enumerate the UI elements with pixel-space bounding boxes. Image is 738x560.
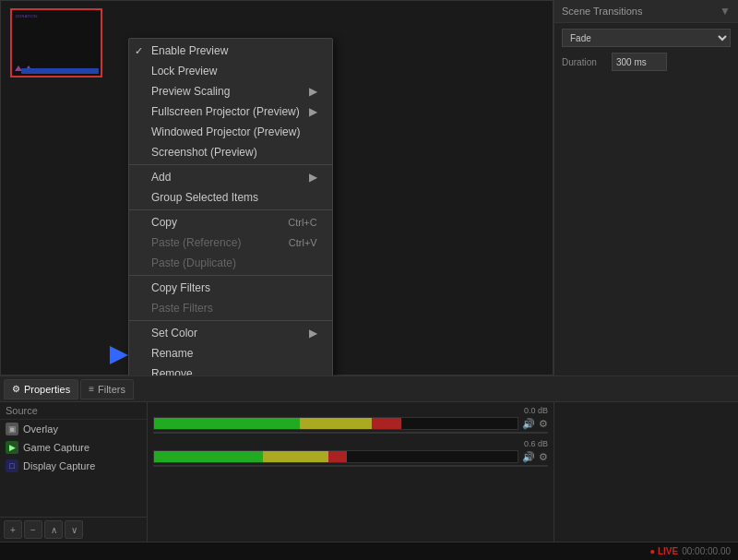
divider-2 [129, 209, 332, 210]
mute-button-2[interactable]: 🔊 [522, 451, 535, 463]
arrow-icon-4: ▶ [309, 327, 317, 340]
status-live: ● LIVE 00:00:00.00 [649, 546, 731, 556]
tab-properties[interactable]: ⚙ Properties [4, 379, 78, 399]
scene-transitions-header: Scene Transitions ▼ [554, 0, 738, 23]
audio-channel-1: 0.0 dB 🔊 ⚙ [153, 406, 548, 434]
menu-item-rename[interactable]: Rename [129, 343, 332, 363]
menu-item-copy-filters[interactable]: Copy Filters [129, 278, 332, 298]
main-container: DONATION: ✓ Enable Preview [0, 0, 738, 560]
meter-yellow-2 [263, 451, 328, 462]
context-menu: ✓ Enable Preview Lock Preview Preview Sc… [128, 38, 333, 375]
audio-settings-button-1[interactable]: ⚙ [539, 418, 548, 430]
menu-item-paste-ref: Paste (Reference) Ctrl+V [129, 232, 332, 253]
live-timer: 00:00:00.00 [682, 546, 731, 556]
menu-item-remove[interactable]: Remove [129, 363, 332, 375]
tabs-row: ⚙ Properties ≡ Filters [0, 376, 738, 402]
checkmark-icon: ✓ [135, 45, 143, 57]
menu-item-paste-dup: Paste (Duplicate) [129, 253, 332, 273]
divider-3 [129, 275, 332, 276]
audio-meter-fill-2 [154, 451, 518, 462]
menu-item-windowed-projector-preview[interactable]: Windowed Projector (Preview) [129, 122, 332, 142]
audio-ch2-scale [153, 465, 548, 467]
audio-ch1-scale [153, 432, 548, 434]
arrow-icon-3: ▶ [309, 171, 317, 184]
arrow-icon-2: ▶ [309, 105, 317, 118]
source-list: ▣ Overlay ▶ Game Capture □ Display Captu… [0, 420, 147, 517]
menu-item-copy[interactable]: Copy Ctrl+C [129, 212, 332, 232]
filters-icon: ≡ [89, 384, 94, 394]
preview-inner: DONATION: [12, 10, 101, 76]
tab-filters[interactable]: ≡ Filters [80, 379, 134, 399]
shortcut-copy: Ctrl+C [288, 217, 316, 228]
panels-container: Source ▣ Overlay ▶ Game Capture □ Displa… [0, 402, 738, 542]
source-panel-header: Source [0, 402, 147, 420]
audio-ch2-header: 0.6 dB [153, 439, 548, 448]
meter-green-1 [154, 418, 300, 429]
menu-item-lock-preview[interactable]: Lock Preview [129, 61, 332, 81]
source-item-display-capture[interactable]: □ Display Capture [0, 457, 147, 475]
source-item-overlay[interactable]: ▣ Overlay [0, 420, 147, 438]
source-controls: + − ∧ ∨ [0, 517, 147, 542]
meter-red-2 [328, 451, 347, 462]
source-item-game-capture[interactable]: ▶ Game Capture [0, 438, 147, 457]
audio-meter-fill-1 [154, 418, 518, 429]
audio-scale-bar-1 [153, 432, 548, 434]
menu-item-group-selected[interactable]: Group Selected Items [129, 187, 332, 208]
game-capture-icon: ▶ [6, 441, 18, 454]
audio-panel: 0.0 dB 🔊 ⚙ [148, 402, 554, 542]
shortcut-paste-ref: Ctrl+V [289, 237, 317, 248]
audio-meter-2 [153, 450, 518, 463]
preview-thumbnail: DONATION: [10, 8, 102, 77]
blue-arrow-indicator [110, 346, 128, 364]
duration-row: Duration [562, 53, 731, 71]
menu-item-fullscreen-projector-preview[interactable]: Fullscreen Projector (Preview) ▶ [129, 101, 332, 122]
donation-bar [21, 68, 99, 74]
menu-item-add[interactable]: Add ▶ [129, 167, 332, 187]
scroll-down-icon[interactable]: ▼ [720, 5, 731, 18]
transition-type-select[interactable]: Fade [562, 29, 731, 47]
properties-icon: ⚙ [12, 384, 20, 394]
audio-settings-button-2[interactable]: ⚙ [539, 451, 548, 463]
add-source-button[interactable]: + [4, 520, 22, 539]
audio-ch2-row: 🔊 ⚙ [153, 450, 548, 463]
move-up-button[interactable]: ∧ [44, 520, 63, 539]
audio-scale-bar-2 [153, 465, 548, 467]
preview-area: DONATION: ✓ Enable Preview [0, 0, 554, 375]
menu-item-set-color[interactable]: Set Color ▶ [129, 323, 332, 343]
menu-item-preview-scaling[interactable]: Preview Scaling ▶ [129, 81, 332, 101]
live-indicator: ● LIVE [649, 546, 678, 556]
meter-yellow-1 [300, 418, 373, 429]
menu-item-enable-preview[interactable]: ✓ Enable Preview [129, 41, 332, 61]
meter-red-1 [372, 418, 401, 429]
audio-channel-2: 0.6 dB 🔊 ⚙ [153, 439, 548, 467]
mute-button-1[interactable]: 🔊 [522, 418, 535, 430]
move-down-button[interactable]: ∨ [65, 520, 83, 539]
top-area: DONATION: ✓ Enable Preview [0, 0, 738, 375]
audio-ch1-row: 🔊 ⚙ [153, 417, 548, 430]
scene-trans-sub-panel [554, 402, 738, 542]
transition-type-row: Fade [562, 29, 731, 47]
duration-input[interactable] [612, 53, 667, 71]
divider-4 [129, 320, 332, 321]
display-capture-icon: □ [6, 459, 18, 472]
overlay-icon: ▣ [6, 423, 18, 435]
menu-item-screenshot-preview[interactable]: Screenshot (Preview) [129, 142, 332, 162]
audio-ch1-header: 0.0 dB [153, 406, 548, 415]
divider-1 [129, 164, 332, 165]
audio-meter-1 [153, 417, 518, 430]
status-bar: ● LIVE 00:00:00.00 [0, 542, 738, 560]
source-panel: Source ▣ Overlay ▶ Game Capture □ Displa… [0, 402, 148, 542]
bottom-area: ⚙ Properties ≡ Filters Source ▣ Overlay [0, 375, 738, 542]
menu-item-paste-filters: Paste Filters [129, 298, 332, 318]
scene-transitions-content: Fade Duration [554, 23, 738, 375]
remove-source-button[interactable]: − [24, 520, 42, 539]
donation-label: DONATION: [16, 14, 39, 18]
right-panel: Scene Transitions ▼ Fade Duration [554, 0, 738, 375]
arrow-icon: ▶ [309, 85, 317, 98]
meter-green-2 [154, 451, 263, 462]
